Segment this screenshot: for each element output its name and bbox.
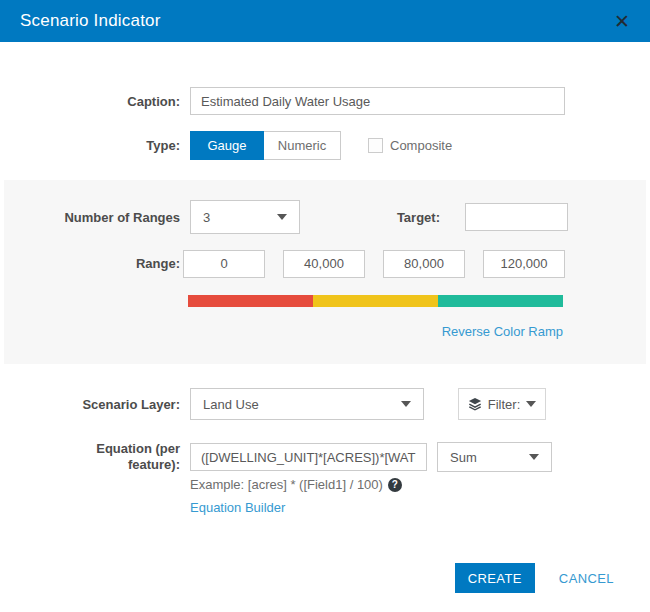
type-option-gauge[interactable]: Gauge [190,131,264,160]
number-of-ranges-value: 3 [203,210,210,225]
color-ramp-red [188,295,313,307]
range-input-1[interactable] [183,250,265,278]
dialog-titlebar: Scenario Indicator ✕ [0,0,650,42]
equation-builder-row: Equation Builder [190,498,285,516]
range-input-2[interactable] [283,250,365,278]
create-button[interactable]: CREATE [455,563,535,593]
aggregation-dropdown[interactable]: Sum [437,442,552,472]
target-label: Target: [300,210,440,225]
caption-input[interactable] [190,87,565,115]
equation-label: Equation (per feature): [0,441,180,474]
aggregation-value: Sum [450,450,477,465]
range-inputs [183,250,565,278]
equation-row: Equation (per feature): Sum [0,441,650,473]
scenario-layer-value: Land Use [203,397,259,412]
scenario-layer-dropdown[interactable]: Land Use [190,388,424,420]
color-ramp [188,295,563,307]
dialog-title: Scenario Indicator [20,11,161,31]
range-row: Range: [4,247,646,280]
composite-label: Composite [390,138,452,153]
equation-builder-link[interactable]: Equation Builder [190,500,285,515]
caption-row: Caption: [0,86,650,116]
ranges-panel: Number of Ranges 3 Target: Range: Revers [4,180,646,364]
range-input-4[interactable] [483,250,565,278]
dialog-footer: CREATE CANCEL [455,563,620,593]
caption-label: Caption: [0,94,180,109]
type-option-numeric[interactable]: Numeric [264,131,341,160]
chevron-down-icon [526,401,536,407]
equation-input[interactable] [190,443,427,471]
type-segmented-control: Gauge Numeric [190,131,341,160]
target-input[interactable] [465,203,568,231]
composite-checkbox-wrap[interactable]: Composite [368,138,452,153]
color-ramp-green [438,295,563,307]
range-input-3[interactable] [383,250,465,278]
help-icon[interactable]: ? [388,478,402,492]
number-of-ranges-dropdown[interactable]: 3 [190,200,300,234]
scenario-layer-label: Scenario Layer: [0,397,180,412]
scenario-layer-row: Scenario Layer: Land Use Filter: [0,388,650,420]
filter-label: Filter: [488,397,521,412]
reverse-color-ramp-link[interactable]: Reverse Color Ramp [442,324,563,339]
layers-icon [468,397,482,411]
reverse-color-ramp-row: Reverse Color Ramp [188,322,563,340]
cancel-button[interactable]: CANCEL [553,570,620,587]
number-of-ranges-label: Number of Ranges [4,210,180,225]
equation-example-row: Example: [acres] * ([Field1] / 100) ? [190,477,402,492]
close-icon[interactable]: ✕ [614,12,630,31]
chevron-down-icon [277,214,287,220]
filter-dropdown[interactable]: Filter: [458,388,546,420]
number-of-ranges-row: Number of Ranges 3 Target: [4,200,646,234]
chevron-down-icon [401,401,411,407]
type-row: Type: Gauge Numeric Composite [0,130,650,160]
chevron-down-icon [529,454,539,460]
scenario-indicator-dialog: Scenario Indicator ✕ Caption: Type: Gaug… [0,0,650,612]
composite-checkbox[interactable] [368,138,383,153]
color-ramp-yellow [313,295,438,307]
range-label: Range: [4,256,180,271]
type-label: Type: [0,138,180,153]
equation-example-text: Example: [acres] * ([Field1] / 100) [190,477,383,492]
